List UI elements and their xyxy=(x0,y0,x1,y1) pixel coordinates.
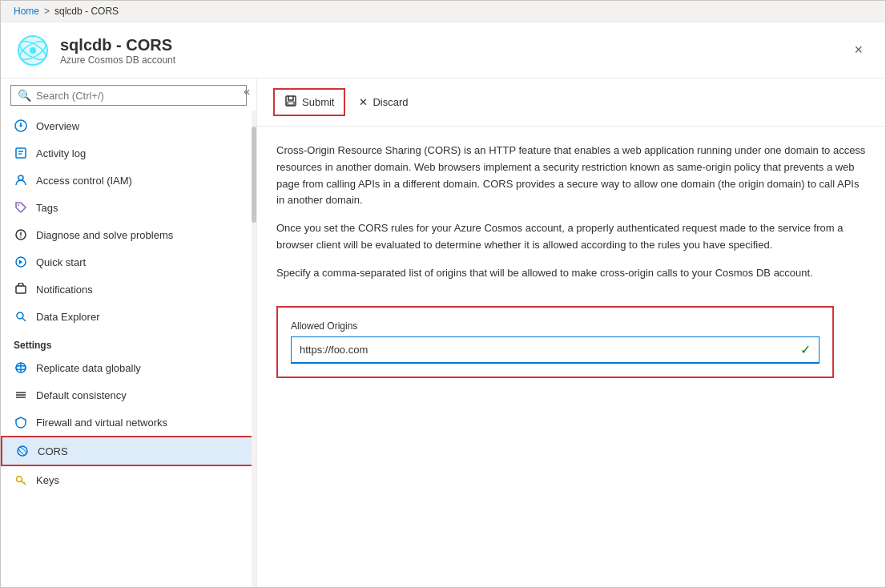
sidebar-collapse-button[interactable]: « xyxy=(244,85,250,98)
diagnose-icon xyxy=(14,228,28,242)
allowed-origins-label: Allowed Origins xyxy=(291,320,820,332)
breadcrumb-home[interactable]: Home xyxy=(14,6,39,17)
page-header: sqlcdb - CORS Azure Cosmos DB account × xyxy=(1,22,885,79)
allowed-origins-input-wrapper: ✓ xyxy=(291,336,820,364)
quickstart-icon xyxy=(14,255,28,269)
tags-icon xyxy=(14,200,28,215)
search-icon: 🔍 xyxy=(18,89,31,102)
svg-point-12 xyxy=(18,204,19,206)
svg-point-15 xyxy=(20,236,22,238)
content-body: Cross-Origin Resource Sharing (CORS) is … xyxy=(257,127,885,394)
iam-icon xyxy=(14,173,28,187)
header-text: sqlcdb - CORS Azure Cosmos DB account xyxy=(60,35,175,66)
breadcrumb-separator: > xyxy=(44,6,50,17)
sidebar-label-notifications: Notifications xyxy=(36,284,93,296)
svg-point-7 xyxy=(20,125,22,127)
content-area: Submit ✕ Discard Cross-Origin Resource S… xyxy=(257,79,885,587)
sidebar-label-firewall: Firewall and virtual networks xyxy=(36,417,167,429)
header-left: sqlcdb - CORS Azure Cosmos DB account xyxy=(17,34,175,66)
sidebar-label-quickstart: Quick start xyxy=(36,256,86,268)
keys-icon xyxy=(14,473,28,487)
close-button[interactable]: × xyxy=(848,38,869,62)
svg-rect-16 xyxy=(16,286,26,293)
sidebar: « 🔍 Overview Activity log xyxy=(1,79,257,587)
consistency-icon xyxy=(14,388,28,402)
cosmos-db-icon xyxy=(17,34,49,66)
description-paragraph-3: Specify a comma-separated list of origin… xyxy=(276,265,866,282)
cors-icon xyxy=(15,444,30,458)
notifications-icon xyxy=(14,282,28,296)
submit-button[interactable]: Submit xyxy=(273,88,345,116)
allowed-origins-input[interactable] xyxy=(300,344,800,356)
sidebar-item-iam[interactable]: Access control (IAM) xyxy=(1,167,256,194)
sidebar-item-keys[interactable]: Keys xyxy=(1,466,256,493)
sidebar-item-tags[interactable]: Tags xyxy=(1,194,256,221)
sidebar-item-consistency[interactable]: Default consistency xyxy=(1,381,256,409)
app-container: Home > sqlcdb - CORS sqlcdb - CORS Azure… xyxy=(0,0,886,588)
svg-rect-8 xyxy=(16,148,26,158)
sidebar-label-overview: Overview xyxy=(36,120,79,132)
discard-label: Discard xyxy=(373,96,408,108)
sidebar-item-firewall[interactable]: Firewall and virtual networks xyxy=(1,409,256,436)
sidebar-label-iam: Access control (IAM) xyxy=(36,175,132,187)
cors-form-section: Allowed Origins ✓ xyxy=(276,306,834,378)
sidebar-label-consistency: Default consistency xyxy=(36,389,127,401)
svg-point-27 xyxy=(17,477,22,482)
svg-point-4 xyxy=(30,47,36,54)
svg-line-18 xyxy=(22,318,26,321)
discard-icon: ✕ xyxy=(359,96,368,108)
breadcrumb-current: sqlcdb - CORS xyxy=(54,6,119,17)
sidebar-item-overview[interactable]: Overview xyxy=(1,112,256,139)
sidebar-item-activity-log[interactable]: Activity log xyxy=(1,139,256,167)
sidebar-label-keys: Keys xyxy=(36,474,59,486)
data-explorer-icon xyxy=(14,309,28,324)
sidebar-item-data-explorer[interactable]: Data Explorer xyxy=(1,303,256,330)
discard-button[interactable]: ✕ Discard xyxy=(348,91,418,114)
sidebar-item-cors[interactable]: CORS xyxy=(1,436,256,466)
scrollbar-track xyxy=(252,111,256,587)
validation-check-icon: ✓ xyxy=(800,342,811,357)
svg-point-17 xyxy=(17,312,23,319)
sidebar-label-activity-log: Activity log xyxy=(36,147,86,159)
sidebar-label-data-explorer: Data Explorer xyxy=(36,311,99,323)
description-paragraph-1: Cross-Origin Resource Sharing (CORS) is … xyxy=(276,143,866,209)
sidebar-item-replicate[interactable]: Replicate data globally xyxy=(1,354,256,381)
breadcrumb: Home > sqlcdb - CORS xyxy=(1,1,885,22)
content-toolbar: Submit ✕ Discard xyxy=(257,79,885,127)
activity-log-icon xyxy=(14,146,28,160)
search-box[interactable]: 🔍 xyxy=(10,85,247,106)
firewall-icon xyxy=(14,415,28,429)
description-paragraph-2: Once you set the CORS rules for your Azu… xyxy=(276,220,866,254)
sidebar-item-notifications[interactable]: Notifications xyxy=(1,276,256,303)
submit-label: Submit xyxy=(302,96,334,108)
sidebar-nav: Overview Activity log Access control (IA… xyxy=(1,112,256,587)
page-subtitle: Azure Cosmos DB account xyxy=(60,54,175,66)
sidebar-item-diagnose[interactable]: Diagnose and solve problems xyxy=(1,221,256,248)
replicate-icon xyxy=(14,360,28,375)
page-title: sqlcdb - CORS xyxy=(60,35,175,54)
main-layout: « 🔍 Overview Activity log xyxy=(1,79,885,587)
search-input[interactable] xyxy=(36,90,240,102)
sidebar-label-diagnose: Diagnose and solve problems xyxy=(36,229,173,241)
svg-point-11 xyxy=(18,175,23,180)
sidebar-label-replicate: Replicate data globally xyxy=(36,362,141,374)
svg-rect-31 xyxy=(288,102,294,105)
scrollbar-thumb[interactable] xyxy=(252,127,256,223)
sidebar-label-cors: CORS xyxy=(38,445,68,457)
overview-icon xyxy=(14,119,28,133)
sidebar-label-tags: Tags xyxy=(36,202,58,214)
sidebar-item-quickstart[interactable]: Quick start xyxy=(1,248,256,276)
settings-section-label: Settings xyxy=(1,330,256,354)
submit-icon xyxy=(284,95,297,110)
